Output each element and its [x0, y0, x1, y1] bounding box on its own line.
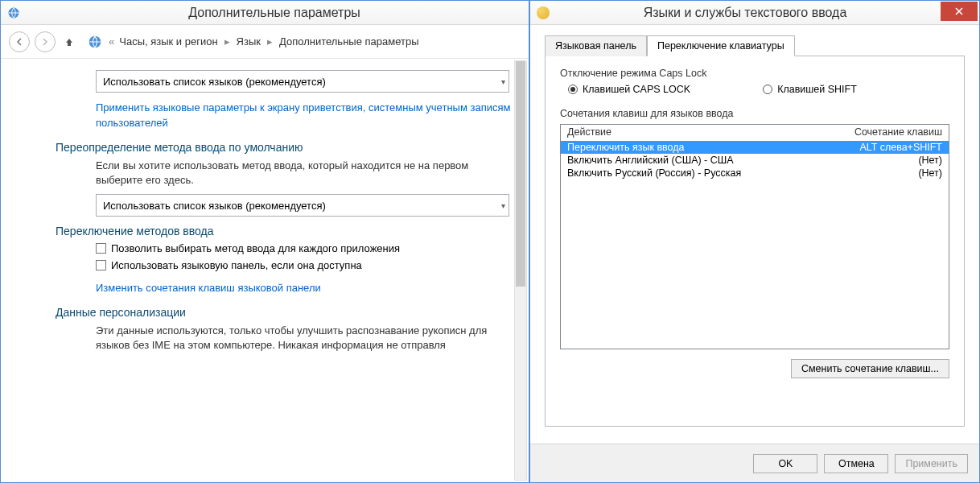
override-description: Если вы хотите использовать метод ввода,… [96, 159, 504, 188]
list-item[interactable]: Переключить язык ввода ALT слева+SHIFT [561, 141, 949, 154]
radio-caps-lock[interactable]: Клавишей CAPS LOCK [568, 84, 690, 95]
tab-pane: Отключение режима Caps Lock Клавишей CAP… [545, 56, 965, 427]
chevron-down-icon: ▾ [501, 77, 505, 86]
list-keys: (Нет) [830, 155, 942, 166]
dropdown-value: Использовать список языков (рекомендуетс… [103, 76, 326, 88]
checkbox-label: Позволить выбирать метод ввода для каждо… [111, 242, 400, 254]
display-language-dropdown[interactable]: Использовать список языков (рекомендуетс… [96, 70, 509, 93]
control-panel-window: Дополнительные параметры « Часы, язык и … [0, 0, 529, 483]
radio-label: Клавишей CAPS LOCK [583, 84, 690, 95]
region-language-icon [7, 6, 20, 19]
default-input-method-dropdown[interactable]: Использовать список языков (рекомендуетс… [96, 194, 509, 217]
radio-label: Клавишей SHIFT [777, 84, 857, 95]
checkbox-per-app[interactable]: Позволить выбирать метод ввода для каждо… [96, 242, 529, 254]
col-keys: Сочетание клавиш [830, 126, 942, 138]
language-globe-icon [537, 6, 550, 19]
link-apply-to-welcome[interactable]: Применить языковые параметры к экрану пр… [96, 101, 513, 131]
checkbox-icon [96, 260, 106, 270]
dlg-titlebar: Языки и службы текстового ввода [530, 1, 979, 25]
dropdown-value: Использовать список языков (рекомендуетс… [103, 200, 326, 212]
list-keys: (Нет) [830, 167, 942, 179]
breadcrumb-overflow[interactable]: « [109, 35, 114, 47]
cp-title: Дополнительные параметры [27, 6, 522, 20]
back-button[interactable] [9, 31, 30, 52]
up-button[interactable] [60, 33, 78, 51]
crumb-advanced[interactable]: Дополнительные параметры [279, 35, 419, 47]
tab-strip: Языковая панель Переключение клавиатуры [545, 35, 965, 56]
cp-navbar: « Часы, язык и регион ▸ Язык ▸ Дополните… [1, 25, 529, 59]
checkbox-icon [96, 243, 106, 254]
dlg-body: Языковая панель Переключение клавиатуры … [530, 25, 979, 444]
close-button[interactable] [941, 2, 978, 21]
col-action: Действие [567, 126, 830, 138]
checkbox-label: Использовать языковую панель, если она д… [111, 259, 362, 271]
scrollbar-thumb[interactable] [516, 61, 525, 287]
section-switch-title: Переключение методов ввода [56, 225, 529, 237]
cancel-button[interactable]: Отмена [824, 454, 888, 473]
list-action: Включить Английский (США) - США [567, 155, 830, 166]
vertical-scrollbar[interactable] [514, 60, 527, 481]
radio-icon [568, 85, 578, 94]
dlg-footer: OK Отмена Применить [530, 444, 979, 482]
breadcrumb: « Часы, язык и регион ▸ Язык ▸ Дополните… [109, 35, 419, 47]
apply-button[interactable]: Применить [895, 454, 968, 473]
hotkeys-listbox[interactable]: Действие Сочетание клавиш Переключить яз… [560, 124, 949, 349]
cp-body: Использовать список языков (рекомендуетс… [1, 59, 529, 482]
crumb-clocks[interactable]: Часы, язык и регион [119, 35, 217, 47]
change-key-sequence-button[interactable]: Сменить сочетание клавиш... [791, 359, 949, 378]
caps-lock-group-title: Отключение режима Caps Lock [560, 68, 949, 79]
crumb-language[interactable]: Язык [237, 35, 261, 47]
ok-button[interactable]: OK [753, 454, 817, 473]
personalization-description: Эти данные используются, только чтобы ул… [96, 324, 504, 353]
radio-icon [763, 85, 772, 94]
list-action: Включить Русский (Россия) - Русская [567, 167, 830, 179]
chevron-down-icon: ▾ [501, 201, 505, 210]
section-override-title: Переопределение метода ввода по умолчани… [56, 141, 529, 154]
list-item[interactable]: Включить Английский (США) - США (Нет) [561, 154, 949, 167]
checkbox-use-language-bar[interactable]: Использовать языковую панель, если она д… [96, 259, 529, 271]
section-personalization-title: Данные персонализации [56, 306, 529, 319]
caps-lock-radios: Клавишей CAPS LOCK Клавишей SHIFT [568, 84, 949, 95]
cp-titlebar: Дополнительные параметры [1, 1, 529, 25]
forward-button[interactable] [35, 31, 56, 52]
tab-keyboard-switch[interactable]: Переключение клавиатуры [647, 35, 795, 56]
link-change-hotkeys[interactable]: Изменить сочетания клавиш языковой панел… [96, 281, 321, 296]
text-services-dialog: Языки и службы текстового ввода Языковая… [529, 0, 980, 483]
list-keys: ALT слева+SHIFT [830, 142, 942, 153]
hotkeys-group-title: Сочетания клавиш для языков ввода [560, 108, 949, 119]
listbox-header: Действие Сочетание клавиш [561, 125, 949, 141]
radio-shift[interactable]: Клавишей SHIFT [763, 84, 857, 95]
tab-language-bar[interactable]: Языковая панель [545, 35, 647, 56]
dlg-title: Языки и службы текстового ввода [550, 6, 941, 20]
chevron-right-icon: ▸ [223, 35, 232, 47]
chevron-right-icon: ▸ [266, 35, 274, 47]
list-item[interactable]: Включить Русский (Россия) - Русская (Нет… [561, 167, 949, 180]
breadcrumb-icon [88, 35, 102, 49]
list-action: Переключить язык ввода [567, 142, 830, 153]
